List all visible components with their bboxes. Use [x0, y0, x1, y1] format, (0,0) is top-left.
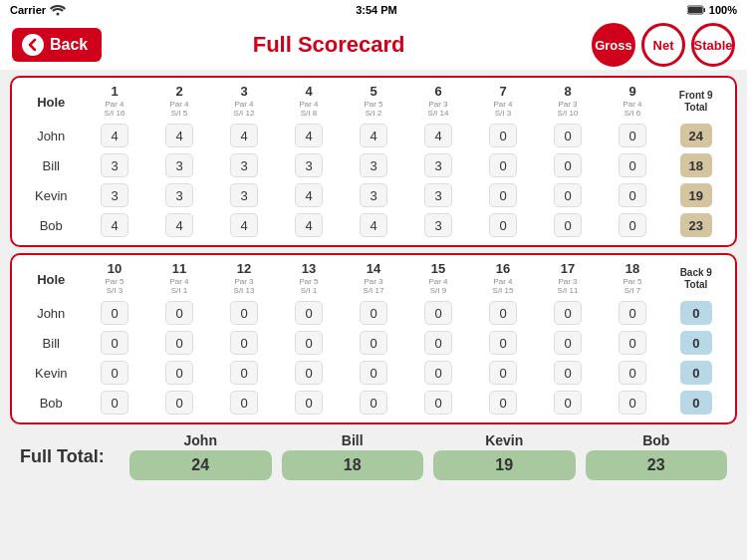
score-cell[interactable]: 0 [471, 358, 536, 388]
score-cell[interactable]: 4 [406, 121, 471, 150]
score-cell[interactable]: 0 [601, 180, 665, 210]
score-cell[interactable]: 4 [277, 210, 342, 240]
score-cell[interactable]: 0 [471, 210, 536, 240]
score-cell[interactable]: 0 [406, 298, 471, 328]
gross-button[interactable]: Gross [592, 23, 635, 67]
score-cell[interactable]: 0 [83, 298, 147, 328]
score-cell[interactable]: 0 [536, 150, 601, 180]
score-cell[interactable]: 0 [406, 328, 471, 358]
score-cell[interactable]: 3 [277, 150, 342, 180]
back9-hole-13-header: 13Par 5S/I 1 [277, 260, 342, 298]
score-cell[interactable]: 0 [212, 358, 277, 388]
score-cell[interactable]: 0 [471, 180, 536, 210]
front9-hole-5-header: 5Par 5S/I 2 [342, 83, 406, 121]
score-cell[interactable]: 4 [277, 121, 342, 150]
front9-hole-8-header: 8Par 3S/I 10 [536, 83, 601, 121]
score-cell[interactable]: 3 [147, 180, 212, 210]
score-cell[interactable]: 3 [212, 180, 277, 210]
player-name: Bob [20, 388, 83, 418]
back-button[interactable]: Back [12, 28, 102, 62]
score-cell[interactable]: 0 [601, 388, 665, 418]
front9-section: Hole 1Par 4S/I 16 2Par 4S/I 5 3Par 4S/I … [10, 76, 737, 247]
score-cell[interactable]: 0 [471, 150, 536, 180]
table-row: Kevin 0 0 0 0 0 0 0 0 0 0 [20, 358, 727, 388]
score-cell[interactable]: 0 [147, 298, 212, 328]
score-cell[interactable]: 0 [147, 328, 212, 358]
score-cell[interactable]: 0 [212, 328, 277, 358]
score-cell[interactable]: 0 [342, 328, 406, 358]
score-cell[interactable]: 0 [536, 388, 601, 418]
main-content: Hole 1Par 4S/I 16 2Par 4S/I 5 3Par 4S/I … [0, 70, 747, 488]
score-cell[interactable]: 4 [342, 210, 406, 240]
score-cell[interactable]: 0 [471, 388, 536, 418]
back9-total-cell: 0 [665, 328, 728, 358]
score-cell[interactable]: 4 [83, 210, 147, 240]
score-cell[interactable]: 0 [471, 298, 536, 328]
score-cell[interactable]: 0 [277, 358, 342, 388]
score-cell[interactable]: 0 [536, 121, 601, 150]
score-cell[interactable]: 3 [342, 180, 406, 210]
score-cell[interactable]: 3 [406, 180, 471, 210]
score-cell[interactable]: 0 [601, 121, 665, 150]
score-cell[interactable]: 4 [212, 121, 277, 150]
score-cell[interactable]: 0 [342, 298, 406, 328]
score-cell[interactable]: 0 [601, 150, 665, 180]
score-cell[interactable]: 0 [83, 388, 147, 418]
back9-hole-15-header: 15Par 4S/I 9 [406, 260, 471, 298]
back9-hole-column-header: Hole [20, 260, 83, 298]
back9-total-cell: 0 [665, 388, 728, 418]
table-row: Bob 4 4 4 4 4 3 0 0 0 23 [20, 210, 727, 240]
net-button[interactable]: Net [641, 23, 685, 67]
score-cell[interactable]: 0 [601, 358, 665, 388]
score-cell[interactable]: 3 [212, 150, 277, 180]
score-cell[interactable]: 4 [342, 121, 406, 150]
score-cell[interactable]: 4 [147, 210, 212, 240]
score-cell[interactable]: 0 [342, 358, 406, 388]
score-cell[interactable]: 0 [536, 180, 601, 210]
score-cell[interactable]: 0 [536, 298, 601, 328]
header: Back Full Scorecard Gross Net Stable [0, 20, 747, 70]
score-cell[interactable]: 0 [342, 388, 406, 418]
score-cell[interactable]: 3 [342, 150, 406, 180]
back9-total-header: Back 9Total [665, 260, 728, 298]
score-cell[interactable]: 0 [277, 328, 342, 358]
score-cell[interactable]: 3 [147, 150, 212, 180]
score-cell[interactable]: 3 [406, 210, 471, 240]
score-cell[interactable]: 3 [83, 180, 147, 210]
score-cell[interactable]: 4 [277, 180, 342, 210]
score-cell[interactable]: 0 [277, 298, 342, 328]
status-bar-time: 3:54 PM [356, 4, 397, 16]
score-cell[interactable]: 0 [212, 388, 277, 418]
score-cell[interactable]: 3 [406, 150, 471, 180]
score-cell[interactable]: 0 [601, 328, 665, 358]
stable-button[interactable]: Stable [691, 23, 735, 67]
score-cell[interactable]: 0 [147, 358, 212, 388]
hole-column-header: Hole [20, 83, 83, 121]
score-cell[interactable]: 0 [536, 358, 601, 388]
score-cell[interactable]: 0 [83, 358, 147, 388]
score-cell[interactable]: 0 [471, 121, 536, 150]
score-cell[interactable]: 0 [471, 328, 536, 358]
score-cell[interactable]: 4 [83, 121, 147, 150]
score-cell[interactable]: 4 [147, 121, 212, 150]
player-total-column: Bob 23 [586, 432, 728, 480]
score-cell[interactable]: 0 [147, 388, 212, 418]
score-cell[interactable]: 0 [83, 328, 147, 358]
score-cell[interactable]: 0 [601, 210, 665, 240]
score-cell[interactable]: 0 [536, 328, 601, 358]
score-cell[interactable]: 0 [406, 388, 471, 418]
player-name: Bill [20, 328, 83, 358]
back9-hole-16-header: 16Par 4S/I 15 [471, 260, 536, 298]
back9-hole-11-header: 11Par 4S/I 1 [147, 260, 212, 298]
score-cell[interactable]: 3 [83, 150, 147, 180]
score-cell[interactable]: 0 [406, 358, 471, 388]
table-row: Kevin 3 3 3 4 3 3 0 0 0 19 [20, 180, 727, 210]
score-cell[interactable]: 4 [212, 210, 277, 240]
player-name: John [20, 298, 83, 328]
svg-rect-3 [688, 7, 702, 13]
score-cell[interactable]: 0 [212, 298, 277, 328]
player-total-name: Bill [342, 432, 364, 448]
score-cell[interactable]: 0 [536, 210, 601, 240]
score-cell[interactable]: 0 [277, 388, 342, 418]
score-cell[interactable]: 0 [601, 298, 665, 328]
